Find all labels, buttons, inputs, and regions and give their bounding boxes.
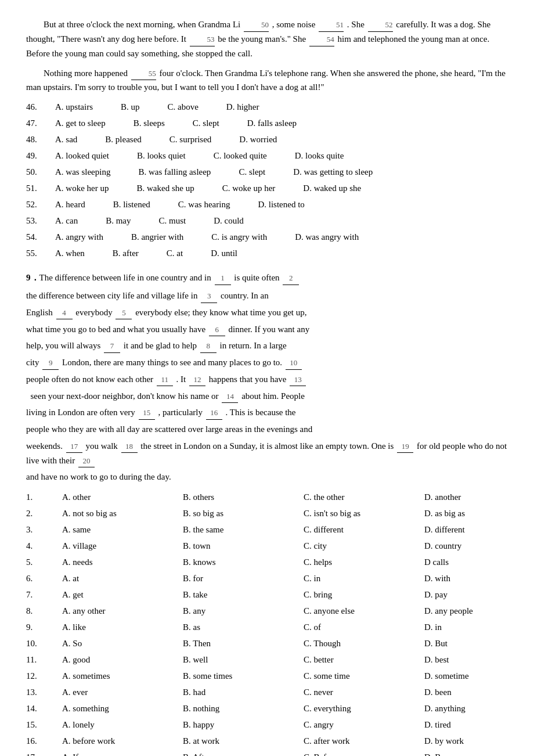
- question-52: 52. A. heard B. listened C. was hearing …: [26, 197, 508, 211]
- question-11: 11. A. good B. well C. better D. best: [26, 653, 508, 667]
- question-12: 12. A. sometimes B. some times C. some t…: [26, 669, 508, 683]
- section-9-label: 9．The difference between life in one cou…: [26, 271, 508, 285]
- question-3: 3. A. same B. the same C. different D. d…: [26, 523, 508, 537]
- passage1-para2: Nothing more happened 55 four o'clock. T…: [26, 66, 508, 95]
- question-53: 53. A. can B. may C. must D. could: [26, 214, 508, 228]
- question-6: 6. A. at B. for C. in D. with: [26, 571, 508, 585]
- question-10: 10. A. So B. Then C. Though D. But: [26, 636, 508, 650]
- question-16: 16. A. before work B. at work C. after w…: [26, 734, 508, 748]
- question-15: 15. A. lonely B. happy C. angry D. tired: [26, 718, 508, 732]
- question-51: 51. A. woke her up B. waked she up C. wo…: [26, 181, 508, 195]
- question-2: 2. A. not so big as B. so big as C. isn'…: [26, 506, 508, 520]
- question-7: 7. A. get B. take C. bring D. pay: [26, 588, 508, 602]
- questions-46-55: 46. A. upstairs B. up C. above D. higher…: [26, 100, 508, 260]
- question-47: 47. A. get to sleep B. sleeps C. slept D…: [26, 116, 508, 130]
- question-9: 9. A. like B. as C. of D. in: [26, 620, 508, 634]
- question-1: 1. A. other B. others C. the other D. an…: [26, 490, 508, 504]
- question-17: 17. A. If B. After C. Before D. Because: [26, 750, 508, 756]
- question-13: 13. A. ever B. had C. never D. been: [26, 685, 508, 699]
- question-8: 8. A. any other B. any C. anyone else D.…: [26, 604, 508, 618]
- question-4: 4. A. village B. town C. city D. country: [26, 539, 508, 553]
- question-49: 49. A. looked quiet B. looks quiet C. lo…: [26, 149, 508, 163]
- question-48: 48. A. sad B. pleased C. surprised D. wo…: [26, 132, 508, 146]
- question-50: 50. A. was sleeping B. was falling aslee…: [26, 165, 508, 179]
- question-55: 55. A. when B. after C. at D. until: [26, 246, 508, 260]
- passage2: the difference between city life and vil…: [26, 289, 508, 484]
- question-14: 14. A. something B. nothing C. everythin…: [26, 701, 508, 715]
- question-54: 54. A. angry with B. angrier with C. is …: [26, 230, 508, 244]
- question-5: 5. A. needs B. knows C. helps D calls: [26, 555, 508, 569]
- question-46: 46. A. upstairs B. up C. above D. higher: [26, 100, 508, 114]
- passage1-para1: But at three o'clock the next morning, w…: [26, 17, 508, 60]
- questions-1-18: 1. A. other B. others C. the other D. an…: [26, 490, 508, 756]
